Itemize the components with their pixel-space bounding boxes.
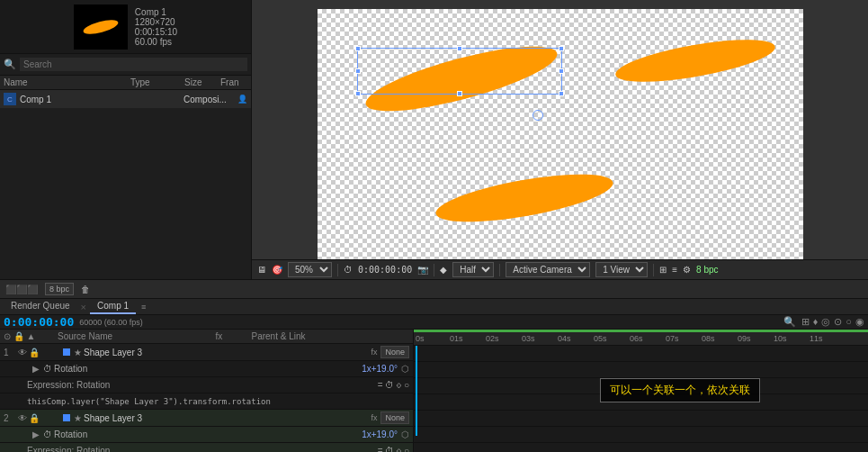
layer-num-2: 2 [4,413,18,423]
view-select[interactable]: Active Camera [506,262,590,277]
num-views-select[interactable]: 1 View [595,262,648,277]
divider1 [337,264,338,276]
rotation-keyframe-1: ⬡ [401,364,409,374]
handle-bl[interactable] [355,91,361,96]
rotation-value-2[interactable]: 1x+19.0° [362,429,398,439]
quality-icon: ◆ [440,265,447,275]
tl-ctrl2[interactable]: ♦ [813,316,819,328]
ruler-mark-5: 05s [594,334,607,343]
layer-1-fx-icons: fx [371,348,377,357]
playhead[interactable] [416,346,417,436]
comp-icon: C [4,93,16,105]
project-header: Comp 1 1280×720 0:00:15:10 60.00 fps [0,0,251,54]
shape-layer-3-viewer[interactable] [360,33,561,123]
tl-ctrl1[interactable]: ⊞ [801,316,810,328]
rotation-label-2: Rotation [54,429,362,439]
layer-row-2[interactable]: 2 👁 🔒 ★ Shape Layer 3 fx None [0,410,413,427]
tl-ctrl3[interactable]: ◎ [821,316,830,328]
ruler-mark-10: 10s [774,334,787,343]
col-source: Source Name [58,331,216,341]
fps-detail: 60000 (60.00 fps) [79,318,143,327]
timeline-area: Render Queue × Comp 1 ≡ 0:00:00:00 60000… [0,299,868,432]
star-icon-2: ★ [74,413,82,423]
layer-color-2 [63,414,70,421]
shape-layer-2-viewer[interactable] [613,32,777,91]
rotation-triangle: ▶ [32,364,40,374]
layer-row-2-rotation[interactable]: ▶ ⏱ Rotation 1x+19.0° ⬡ [0,427,413,443]
file-list: C Comp 1 Composi... 👤 [0,90,251,279]
plus-value: 8 bpc [696,265,718,275]
rotation-value-1[interactable]: 1x+19.0° [362,364,398,374]
layer-color-1 [63,348,70,356]
ruler-mark-7: 07s [666,334,679,343]
search-timeline-icon[interactable]: 🔍 [783,316,796,328]
expr-label-1: Expression: Rotation [27,380,378,390]
handle-tl[interactable] [355,46,361,51]
ruler-mark-2: 02s [486,334,499,343]
bpc-badge[interactable]: 8 bpc [45,283,74,295]
stopwatch-icon[interactable]: ⏱ [43,364,52,374]
rotation-anchor[interactable] [532,110,543,121]
col-parent: Parent & Link [252,331,410,341]
tl-ctrl5[interactable]: ○ [846,316,852,328]
handle-tr[interactable] [559,46,564,51]
layer-row-2-expr: Expression: Rotation = ⏱ ⊙ ○ [0,443,413,452]
layer-row-1[interactable]: 1 👁 🔒 ★ Shape Layer 3 fx None [0,344,413,361]
file-type: Composi... [183,95,237,104]
layer-row-1-rotation[interactable]: ▶ ⏱ Rotation 1x+19.0° ⬡ [0,361,413,377]
viewer-controls: 🖥 🎯 50% ⏱ 0:00:00:00 📷 ◆ Half Active Cam… [252,259,868,279]
stopwatch-icon2[interactable]: ⏱ [43,429,52,439]
expr-icons-1: = ⏱ ⊙ ○ [378,380,409,390]
timeline-timecode[interactable]: 0:00:00:00 [4,315,74,329]
tab-comp1-close[interactable]: ≡ [141,303,146,312]
layer-row-1-expr: Expression: Rotation = ⏱ ⊙ ○ [0,377,413,393]
tab-divider: × [81,302,86,312]
layer-name-2[interactable]: Shape Layer 3 [84,413,371,423]
comp-fps-label: 60.00 fps [135,37,177,47]
lock-icon-2[interactable]: 🔒 [29,413,40,423]
ruler-mark-0: 0s [416,334,425,343]
quality-select[interactable]: Half [452,262,494,277]
lock-icon-1[interactable]: 🔒 [29,348,40,357]
search-input[interactable] [20,58,247,71]
layer-1-parent[interactable]: None [380,346,409,358]
status-icons: ⬛⬛⬛ [5,285,38,294]
in-out-bar [414,330,868,332]
layer-name-1[interactable]: Shape Layer 3 [84,348,371,357]
comp-resolution-label: 1280×720 [135,17,177,27]
timeline-tabs: Render Queue × Comp 1 ≡ [0,299,868,315]
ruler-mark-3: 03s [522,334,535,343]
project-panel: Comp 1 1280×720 0:00:15:10 60.00 fps 🔍 N… [0,0,252,279]
handle-ml[interactable] [355,68,361,74]
comp-thumbnail [74,5,128,50]
layer-2-parent[interactable]: None [380,411,409,424]
tab-comp1[interactable]: Comp 1 [90,299,136,314]
target-icon: 🎯 [272,265,282,275]
tl-ctrl6[interactable]: ◉ [855,316,864,328]
track-6 [414,427,868,443]
divider4 [653,264,654,276]
search-bar: 🔍 [0,54,251,76]
tl-ctrl4[interactable]: ⊙ [834,316,842,328]
rotation-label: Rotation [54,364,362,374]
handle-tm[interactable] [457,46,462,51]
zoom-select[interactable]: 50% [288,262,332,277]
viewer-panel: 🖥 🎯 50% ⏱ 0:00:00:00 📷 ◆ Half Active Cam… [252,0,868,279]
handle-mr[interactable] [559,68,564,74]
tab-render-queue[interactable]: Render Queue [4,299,77,314]
eye-icon-1[interactable]: 👁 [18,348,27,357]
main-layout: Comp 1 1280×720 0:00:15:10 60.00 fps 🔍 N… [0,0,868,279]
shape-layer-1-viewer[interactable] [433,165,616,231]
list-item[interactable]: C Comp 1 Composi... 👤 [0,90,251,108]
rotation-keyframe-2: ⬡ [401,429,409,439]
ruler-mark-8: 08s [702,334,715,343]
handle-br[interactable] [559,91,564,96]
trash-icon[interactable]: 🗑 [81,285,90,294]
ruler-mark-4: 04s [558,334,571,343]
monitor-icon: 🖥 [257,265,266,275]
eye-icon-2[interactable]: 👁 [18,413,27,423]
settings-icon: ⚙ [683,265,691,275]
layers-icon: ≡ [672,265,677,275]
timeline-controls: ⊞ ♦ ◎ ⊙ ○ ◉ [801,316,864,328]
layer-2-controls: 👁 🔒 [18,413,63,423]
